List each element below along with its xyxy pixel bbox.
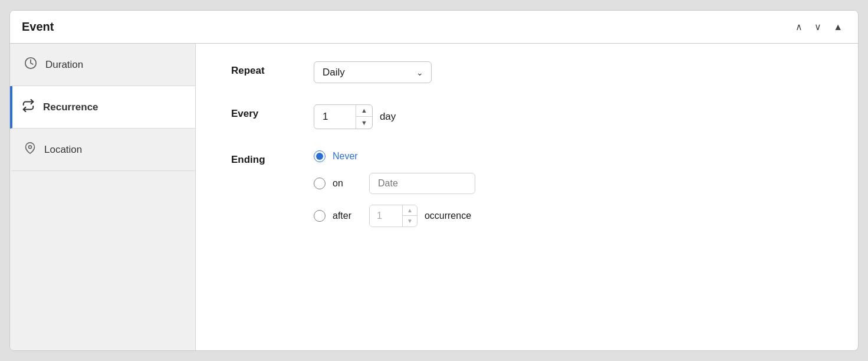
every-unit-label: day [380,111,396,123]
ending-after-label[interactable]: after [333,211,362,221]
occurrence-label: occurrence [425,211,471,221]
chevron-down-button[interactable]: ∨ [811,20,825,34]
ending-after-radio[interactable] [314,210,326,222]
panel-title: Event [22,20,54,34]
ending-control: Never on after [314,150,823,227]
svg-point-1 [29,146,32,149]
occurrence-stepper: ▲ ▼ [369,205,417,227]
triangle-up-button[interactable]: ▲ [830,21,846,34]
ending-row: Ending Never on [231,150,823,227]
clock-icon [24,57,37,73]
ending-never-radio[interactable] [314,150,326,162]
event-panel: Event ∧ ∨ ▲ Duration [9,10,859,351]
repeat-select[interactable]: Never Daily Weekly Monthly Yearly [314,61,432,83]
chevron-up-button[interactable]: ∧ [792,20,806,34]
every-decrement-button[interactable]: ▼ [356,117,372,129]
repeat-control: Never Daily Weekly Monthly Yearly ⌄ [314,61,823,83]
ending-label: Ending [231,150,314,166]
ending-on-radio[interactable] [314,178,326,189]
repeat-label: Repeat [231,61,314,77]
every-input[interactable] [314,106,356,127]
every-stepper-buttons: ▲ ▼ [356,105,372,129]
every-label: Every [231,104,314,120]
occurrence-buttons: ▲ ▼ [402,205,417,227]
occurrence-increment-button[interactable]: ▲ [403,205,417,216]
panel-body: Duration Recurrence [10,44,858,350]
panel-header: Event ∧ ∨ ▲ [10,11,858,44]
every-row: Every ▲ ▼ day [231,104,823,129]
location-icon [24,142,36,157]
sidebar-item-location-label: Location [44,144,82,156]
every-control: ▲ ▼ day [314,104,823,129]
recurrence-icon [22,99,35,115]
sidebar-item-recurrence[interactable]: Recurrence [10,86,195,129]
ending-date-input[interactable] [369,173,475,194]
repeat-select-wrapper: Never Daily Weekly Monthly Yearly ⌄ [314,61,432,83]
ending-after-row: after ▲ ▼ occurrence [314,205,475,227]
every-increment-button[interactable]: ▲ [356,105,372,117]
header-controls: ∧ ∨ ▲ [792,20,846,34]
every-stepper: ▲ ▼ [314,104,373,129]
occurrence-decrement-button[interactable]: ▼ [403,216,417,227]
sidebar-item-duration-label: Duration [45,59,83,71]
repeat-row: Repeat Never Daily Weekly Monthly Yearly… [231,61,823,83]
main-content: Repeat Never Daily Weekly Monthly Yearly… [196,44,858,350]
sidebar-item-location[interactable]: Location [10,129,195,171]
ending-options: Never on after [314,150,475,227]
sidebar-item-duration[interactable]: Duration [10,44,195,86]
ending-never-label[interactable]: Never [333,151,362,162]
ending-never-row: Never [314,150,475,162]
sidebar: Duration Recurrence [10,44,196,350]
ending-on-label[interactable]: on [333,178,362,189]
occurrence-input[interactable] [370,206,402,226]
sidebar-item-recurrence-label: Recurrence [43,101,98,113]
ending-on-row: on [314,173,475,194]
